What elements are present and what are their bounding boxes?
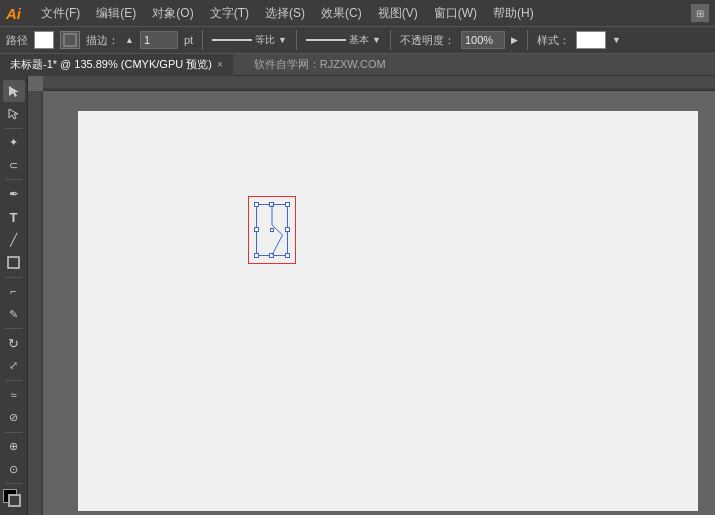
separator-2 xyxy=(296,30,297,50)
opacity-label: 不透明度： xyxy=(400,33,455,48)
tool-separator-5 xyxy=(5,380,23,381)
stroke-up-arrow[interactable]: ▲ xyxy=(125,35,134,45)
fill-stroke-widget xyxy=(3,489,25,511)
eyedropper-tool[interactable]: ⊘ xyxy=(3,407,25,429)
svg-rect-3 xyxy=(8,257,19,268)
direct-selection-tool[interactable] xyxy=(3,103,25,125)
shape-tool[interactable] xyxy=(3,252,25,274)
menu-help[interactable]: 帮助(H) xyxy=(486,3,541,24)
selection-tool[interactable] xyxy=(3,80,25,102)
scale-tool[interactable]: ⤢ xyxy=(3,355,25,377)
style-dropdown-arrow[interactable]: ▼ xyxy=(612,35,621,45)
opacity-dropdown-arrow[interactable]: ▶ xyxy=(511,35,518,45)
lasso-tool[interactable]: ⊂ xyxy=(3,154,25,176)
title-bar: Ai 文件(F) 编辑(E) 对象(O) 文字(T) 选择(S) 效果(C) 视… xyxy=(0,0,715,26)
blend-tool[interactable]: ⊕ xyxy=(3,436,25,458)
svg-rect-6 xyxy=(28,91,43,515)
base-dropdown-arrow[interactable]: ▼ xyxy=(372,35,381,45)
base-label: 基本 xyxy=(349,33,369,47)
active-tab-label: 未标题-1* @ 135.89% (CMYK/GPU 预览) xyxy=(10,57,212,72)
fill-swatch[interactable] xyxy=(34,31,54,49)
tool-separator-3 xyxy=(5,277,23,278)
menu-object[interactable]: 对象(O) xyxy=(145,3,200,24)
active-tab[interactable]: 未标题-1* @ 135.89% (CMYK/GPU 预览) × xyxy=(0,54,234,76)
tab-close-button[interactable]: × xyxy=(217,59,223,70)
separator-3 xyxy=(390,30,391,50)
canvas-area[interactable] xyxy=(28,76,715,515)
watermark-text: 软件自学网：RJZXW.COM xyxy=(244,57,396,72)
menu-window[interactable]: 窗口(W) xyxy=(427,3,484,24)
stroke-color-box[interactable] xyxy=(8,494,21,507)
warp-tool[interactable]: ≈ xyxy=(3,384,25,406)
ratio-label: 等比 xyxy=(255,33,275,47)
rotate-tool[interactable]: ↻ xyxy=(3,332,25,354)
menu-effect[interactable]: 效果(C) xyxy=(314,3,369,24)
pencil-tool[interactable]: ✎ xyxy=(3,303,25,325)
selected-object[interactable] xyxy=(248,196,296,264)
menu-file[interactable]: 文件(F) xyxy=(34,3,87,24)
stroke-dash-preview[interactable] xyxy=(212,39,252,41)
options-bar: 路径 描边： ▲ pt 等比 ▼ 基本 ▼ 不透明度： ▶ 样式： ▼ xyxy=(0,26,715,54)
layout-button[interactable]: ⊞ xyxy=(691,4,709,22)
svg-line-10 xyxy=(272,235,283,255)
svg-rect-4 xyxy=(43,76,715,90)
canvas-paper[interactable] xyxy=(78,111,698,511)
line-tool[interactable]: ╱ xyxy=(3,229,25,251)
path-shape xyxy=(257,205,287,255)
menu-type[interactable]: 文字(T) xyxy=(203,3,256,24)
separator-1 xyxy=(202,30,203,50)
svg-marker-1 xyxy=(9,86,19,97)
app-logo: Ai xyxy=(6,5,28,22)
svg-marker-2 xyxy=(9,109,18,119)
menu-bar: 文件(F) 编辑(E) 对象(O) 文字(T) 选择(S) 效果(C) 视图(V… xyxy=(34,3,709,24)
stroke-swatch-box[interactable] xyxy=(60,31,80,49)
ruler-horizontal xyxy=(43,76,715,91)
svg-rect-0 xyxy=(64,34,76,46)
stroke-unit: pt xyxy=(184,34,193,46)
tool-separator-2 xyxy=(5,179,23,180)
tool-separator-4 xyxy=(5,328,23,329)
style-swatch[interactable] xyxy=(576,31,606,49)
stroke-label: 描边： xyxy=(86,33,119,48)
opacity-input[interactable] xyxy=(461,31,505,49)
ruler-vertical xyxy=(28,91,43,515)
stroke-style-preview[interactable] xyxy=(306,39,346,41)
tool-separator-1 xyxy=(5,128,23,129)
menu-edit[interactable]: 编辑(E) xyxy=(89,3,143,24)
object-bounding-box xyxy=(256,204,288,256)
pen-tool[interactable]: ✒ xyxy=(3,183,25,205)
tab-bar: 未标题-1* @ 135.89% (CMYK/GPU 预览) × 软件自学网：R… xyxy=(0,54,715,76)
svg-line-9 xyxy=(272,225,283,235)
main-layout: ✦ ⊂ ✒ T ╱ ⌐ ✎ ↻ ⤢ ≈ ⊘ ⊕ ⊙ xyxy=(0,76,715,515)
paintbrush-tool[interactable]: ⌐ xyxy=(3,281,25,303)
type-tool[interactable]: T xyxy=(3,206,25,228)
menu-select[interactable]: 选择(S) xyxy=(258,3,312,24)
path-label: 路径 xyxy=(6,33,28,48)
tool-separator-7 xyxy=(5,483,23,484)
ratio-dropdown-arrow[interactable]: ▼ xyxy=(278,35,287,45)
style-label: 样式： xyxy=(537,33,570,48)
magic-wand-tool[interactable]: ✦ xyxy=(3,132,25,154)
menu-view[interactable]: 视图(V) xyxy=(371,3,425,24)
tool-separator-6 xyxy=(5,432,23,433)
stroke-icon xyxy=(63,33,77,47)
zoom-tool[interactable]: ⊙ xyxy=(3,458,25,480)
toolbox: ✦ ⊂ ✒ T ╱ ⌐ ✎ ↻ ⤢ ≈ ⊘ ⊕ ⊙ xyxy=(0,76,28,515)
window-controls: ⊞ xyxy=(691,4,709,22)
stroke-width-input[interactable] xyxy=(140,31,178,49)
separator-4 xyxy=(527,30,528,50)
